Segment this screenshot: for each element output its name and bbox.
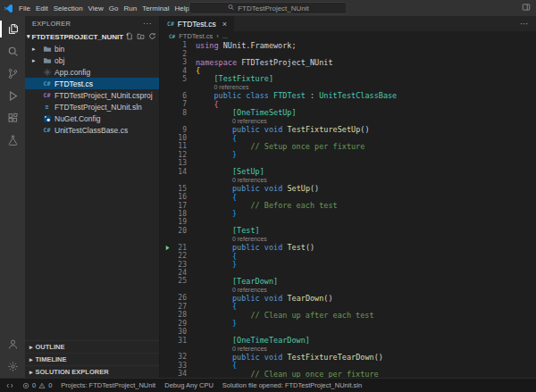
menu-go[interactable]: Go [106, 4, 121, 13]
menu-run[interactable]: Run [121, 4, 139, 13]
remote-indicator[interactable] [6, 382, 13, 389]
code-text: } [196, 150, 237, 159]
codelens-references[interactable]: 0 references [214, 84, 248, 90]
account-icon[interactable] [0, 333, 25, 355]
codelens-references[interactable]: 0 references [232, 177, 267, 183]
code-line: 23 } [160, 260, 536, 268]
tab-ftdtest[interactable]: C# FTDTest.cs × [160, 16, 234, 31]
codelens-references[interactable]: 0 references [232, 118, 267, 124]
csharp-icon: C# [42, 127, 52, 134]
code-line: 30 [160, 328, 536, 336]
menu-terminal[interactable]: Terminal [139, 4, 172, 13]
line-number: 28 [171, 311, 187, 319]
section-outline[interactable]: ▸OUTLINE [25, 340, 159, 353]
section-solution-explorer[interactable]: ▸SOLUTION EXPLORER [25, 365, 159, 378]
menu-edit[interactable]: Edit [33, 4, 51, 13]
line-number: 17 [171, 202, 187, 210]
chevron-right-icon: ▸ [29, 356, 33, 363]
testing-icon[interactable] [0, 129, 25, 152]
chevron-right-icon: ▸ [29, 344, 33, 351]
refresh-icon[interactable] [148, 32, 156, 42]
source-control-icon[interactable] [0, 63, 25, 85]
line-number: 1 [171, 41, 187, 49]
settings-icon[interactable] [0, 355, 25, 378]
line-number: 4 [171, 67, 187, 75]
line-number: 6 [171, 92, 187, 100]
file-tree-item-app-config[interactable]: App.config [25, 66, 159, 78]
run-test-icon[interactable] [160, 245, 171, 251]
section-label: SOLUTION EXPLORER [36, 368, 109, 376]
line-number: 16 [171, 193, 187, 201]
code-line: 31 [OneTimeTearDown] [160, 336, 536, 344]
line-number: 15 [171, 185, 187, 193]
code-line: 16 { [160, 193, 536, 201]
section-timeline[interactable]: ▸TIMELINE [25, 353, 159, 365]
command-center-text: FTDTestProject_NUnit [238, 4, 309, 13]
new-file-icon[interactable] [125, 32, 133, 42]
codelens-references[interactable]: 0 references [232, 287, 267, 293]
code-line: 10 { [160, 134, 536, 142]
run-debug-icon[interactable] [0, 85, 25, 107]
file-tree: ▸bin▸objApp.configC#FTDTest.csC#FTDTestP… [25, 43, 159, 136]
status-debug-config[interactable]: Debug Any CPU [164, 381, 214, 389]
line-number: 19 [171, 218, 187, 226]
close-tab-icon[interactable]: × [222, 20, 227, 29]
breadcrumb-symbol[interactable]: ... [222, 32, 228, 40]
line-number: 2 [171, 50, 187, 58]
line-number: 30 [171, 328, 187, 336]
code-line: 20 [Test] [160, 227, 536, 235]
sidebar-title: EXPLORER ··· [25, 16, 159, 30]
file-tree-item-nuget-config[interactable]: NuGet.Config [25, 113, 159, 124]
codelens-row: 0 references [160, 286, 536, 294]
extensions-icon[interactable] [0, 107, 25, 129]
status-projects[interactable]: Projects: FTDTestProject_NUnit [61, 381, 155, 389]
code-line: 3namespace FTDTestProject_NUnit [160, 58, 536, 66]
explorer-sidebar: EXPLORER ··· ▾ FTDTESTPROJECT_NUNIT ▸bin… [25, 16, 160, 378]
problems-indicator[interactable]: 0 0 [22, 381, 52, 389]
file-tree-item-bin[interactable]: ▸bin [25, 43, 159, 54]
layout-toggle-icon[interactable] [522, 3, 531, 13]
code-line: 24 [160, 269, 536, 277]
file-label: bin [54, 45, 64, 54]
code-line: 33 { [160, 362, 536, 370]
search-icon[interactable] [0, 40, 25, 63]
breadcrumb-separator-icon: › [216, 32, 219, 40]
file-tree-item-ftdtestproject-nunit-sln[interactable]: ≡FTDTestProject_NUnit.sln [25, 101, 159, 113]
explorer-icon[interactable] [0, 18, 25, 40]
code-line: 26 public void TearDown() [160, 294, 536, 302]
line-number: 13 [171, 159, 187, 167]
menu-file[interactable]: File [16, 4, 33, 13]
file-tree-item-ftdtestproject-nunit-csproj[interactable]: C#FTDTestProject_NUnit.csproj [25, 89, 159, 101]
code-editor[interactable]: 1using NUnit.Framework;23namespace FTDTe… [160, 41, 536, 378]
file-tree-item-obj[interactable]: ▸obj [25, 54, 159, 66]
codelens-references[interactable]: 0 references [232, 346, 267, 352]
code-line: 1using NUnit.Framework; [160, 41, 536, 49]
explorer-section-header[interactable]: ▾ FTDTESTPROJECT_NUNIT [25, 30, 159, 43]
sidebar-title-label: EXPLORER [32, 20, 71, 28]
explorer-section-label: FTDTESTPROJECT_NUNIT [32, 33, 124, 41]
more-actions-icon[interactable]: ··· [143, 19, 152, 28]
command-center-search[interactable]: FTDTestProject_NUnit [189, 2, 348, 14]
file-label: FTDTestProject_NUnit.sln [54, 103, 142, 112]
code-line: 12 } [160, 151, 536, 159]
code-line: 7 { [160, 100, 536, 108]
line-number: 31 [171, 337, 187, 345]
chevron-right-icon: ▸ [29, 369, 33, 376]
file-tree-item-unittestclassbase-cs[interactable]: C#UnitTestClassBase.cs [25, 124, 159, 136]
code-line: 2 [160, 49, 536, 57]
menu-view[interactable]: View [86, 4, 106, 13]
menu-selection[interactable]: Selection [51, 4, 86, 13]
breadcrumb[interactable]: C# FTDTest.cs › ... [160, 31, 536, 41]
line-number: 29 [171, 320, 187, 328]
status-solution[interactable]: Solution file opened: FTDTestProject_NUn… [222, 381, 362, 389]
editor-group: C# FTDTest.cs × ⋯ C# FTDTest.cs › ... 1u… [160, 16, 536, 378]
new-folder-icon[interactable] [137, 32, 145, 42]
breadcrumb-file[interactable]: FTDTest.cs [179, 32, 213, 40]
code-text: public class FTDTest : UnitTestClassBase [196, 91, 397, 100]
editor-actions-icon[interactable]: ⋯ [520, 19, 529, 29]
codelens-references[interactable]: 0 references [232, 236, 267, 242]
code-line: 32 public void TestFixtureTearDown() [160, 353, 536, 361]
code-text: } [196, 260, 237, 269]
code-line: 15 public void SetUp() [160, 184, 536, 192]
file-tree-item-ftdtest-cs[interactable]: C#FTDTest.cs [25, 78, 159, 89]
